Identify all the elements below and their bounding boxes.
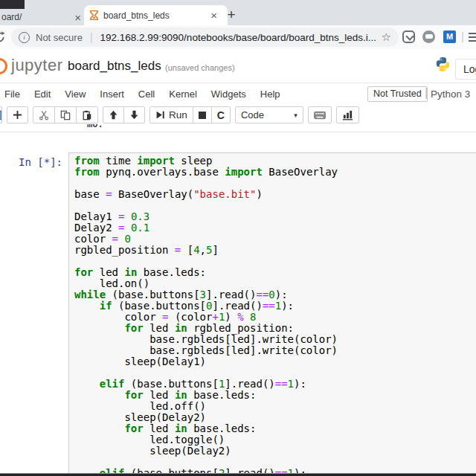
paste-cell-button[interactable] xyxy=(76,106,98,123)
extensions-separator: | xyxy=(461,30,464,42)
cell-type-dropdown[interactable]: Code ▾ xyxy=(235,106,303,123)
speech-bubble-icon xyxy=(425,34,433,39)
menu-edit[interactable]: Edit xyxy=(34,89,51,100)
paste-icon xyxy=(82,110,92,120)
keyboard-icon xyxy=(314,111,326,120)
new-tab-button[interactable]: + xyxy=(222,6,240,24)
tab-board-btns-leds[interactable]: board_btns_leds × xyxy=(84,5,228,25)
command-palette-button[interactable] xyxy=(308,106,332,123)
restart-kernel-button[interactable]: C xyxy=(211,106,231,123)
browser-window: oard/ × board_btns_leds × + i Not secure… xyxy=(0,0,476,476)
run-cell-button[interactable]: Run xyxy=(149,106,193,123)
notebook-title[interactable]: board_btns_leds xyxy=(68,59,161,74)
close-tab-icon[interactable]: × xyxy=(206,10,222,21)
move-cell-down-button[interactable] xyxy=(123,106,145,123)
url-text[interactable]: 192.168.2.99:9090/notebooks/base/board/b… xyxy=(100,32,376,43)
chevron-down-icon xyxy=(405,32,414,40)
cell-prompt: In [*]: xyxy=(0,156,62,168)
bar-chart-icon xyxy=(342,109,353,120)
tab-strip: oard/ × board_btns_leds × + xyxy=(0,0,476,25)
widgets-chart-button[interactable] xyxy=(336,106,359,123)
save-icon xyxy=(0,110,1,120)
copy-cell-button[interactable] xyxy=(54,106,77,123)
address-bar[interactable]: i Not secure | 192.168.2.99:9090/noteboo… xyxy=(11,28,399,47)
busy-hourglass-icon xyxy=(90,10,98,20)
reload-icon[interactable] xyxy=(0,31,5,43)
logout-button[interactable]: Logout xyxy=(455,59,476,80)
menu-widgets[interactable]: Widgets xyxy=(211,89,246,100)
move-cell-up-button[interactable] xyxy=(103,106,124,123)
menu-insert[interactable]: Insert xyxy=(100,89,124,100)
plus-icon xyxy=(13,110,22,120)
jupyter-logo-icon xyxy=(0,57,9,75)
cell-type-value: Code xyxy=(241,109,264,120)
code-area[interactable]: from time import sleepfrom pynq.overlays… xyxy=(69,153,476,476)
window-bottom-edge xyxy=(0,473,476,476)
jupyter-brand[interactable]: jupyter xyxy=(11,56,63,75)
security-status: Not secure xyxy=(36,32,83,43)
jupyter-header: jupyter board_btns_leds (unsaved changes… xyxy=(0,49,476,83)
save-button[interactable] xyxy=(0,106,2,123)
stop-icon xyxy=(199,112,206,119)
arrow-down-icon xyxy=(129,110,139,120)
save-status: (unsaved changes) xyxy=(165,63,235,72)
menu-file[interactable]: File xyxy=(4,89,20,100)
browser-menu-icon[interactable] xyxy=(469,33,476,44)
arrow-up-icon xyxy=(109,110,118,120)
messenger-extension-icon[interactable] xyxy=(422,30,435,43)
copy-icon xyxy=(60,110,71,120)
tab-title: board_btns_leds xyxy=(103,10,170,21)
not-trusted-button[interactable]: Not Trusted xyxy=(367,86,428,102)
browser-toolbar: i Not secure | 192.168.2.99:9090/noteboo… xyxy=(0,25,476,50)
menu-kernel[interactable]: Kernel xyxy=(169,89,197,100)
kernel-name: Python 3 xyxy=(431,89,470,100)
interrupt-kernel-button[interactable] xyxy=(193,106,212,123)
tab-board-folder[interactable]: oard/ × xyxy=(0,9,86,25)
notebook-area[interactable]: In [*]: from time import sleepfrom pynq.… xyxy=(0,132,476,476)
m-extension-icon[interactable]: M xyxy=(443,30,456,43)
clipped-code-text: mo. xyxy=(87,124,103,129)
tab-title: oard/ xyxy=(1,12,70,22)
restart-icon: C xyxy=(217,109,225,121)
menu-cell[interactable]: Cell xyxy=(138,89,155,100)
scissors-icon xyxy=(39,110,49,120)
menu-view[interactable]: View xyxy=(65,89,86,100)
page-info-icon[interactable]: i xyxy=(19,32,30,43)
address-separator: | xyxy=(90,31,93,43)
kernel-separator: | xyxy=(425,86,428,100)
menu-help[interactable]: Help xyxy=(260,89,280,100)
window-frame-corner xyxy=(0,0,25,9)
code-cell[interactable]: from time import sleepfrom pynq.overlays… xyxy=(68,152,476,476)
scrolled-cell-remnant: mo. xyxy=(0,124,476,132)
step-forward-icon xyxy=(155,110,165,120)
python-logo-icon xyxy=(435,57,451,72)
run-label: Run xyxy=(169,109,187,120)
pocket-extension-icon[interactable] xyxy=(402,30,415,43)
jupyter-toolbar: Run C Code ▾ xyxy=(0,105,476,124)
jupyter-menubar: File Edit View Insert Cell Kernel Widget… xyxy=(0,83,476,105)
bookmark-star-icon[interactable]: ☆ xyxy=(382,30,391,44)
add-cell-button[interactable] xyxy=(7,106,28,123)
close-tab-icon[interactable]: × xyxy=(70,12,86,23)
cut-cell-button[interactable] xyxy=(33,106,55,123)
chevron-down-icon: ▾ xyxy=(294,112,298,119)
